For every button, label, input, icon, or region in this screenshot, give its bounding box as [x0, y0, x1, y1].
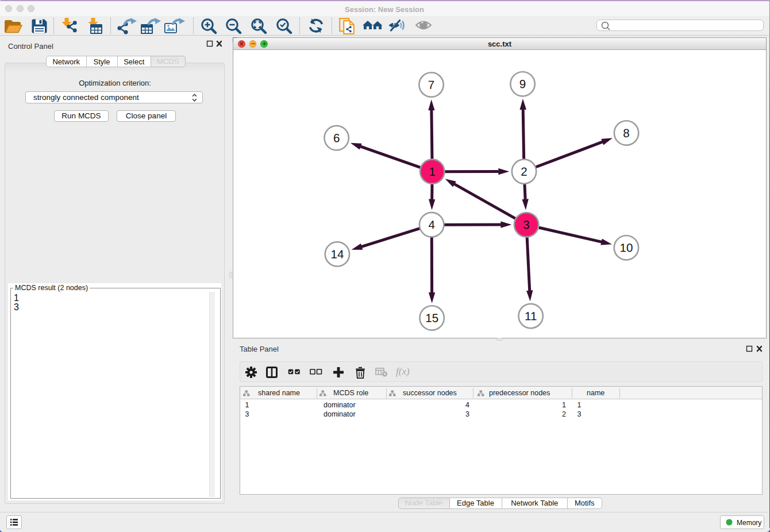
svg-text:4: 4 [428, 218, 434, 231]
svg-text:8: 8 [623, 126, 629, 139]
svg-text:3: 3 [523, 218, 529, 231]
svg-text:15: 15 [425, 311, 438, 324]
svg-text:11: 11 [525, 309, 537, 322]
svg-text:6: 6 [333, 131, 340, 144]
svg-text:2: 2 [521, 164, 527, 178]
svg-text:7: 7 [428, 78, 434, 91]
svg-text:10: 10 [620, 241, 633, 254]
svg-text:14: 14 [331, 247, 344, 260]
svg-text:1: 1 [429, 164, 436, 178]
svg-text:9: 9 [519, 77, 526, 90]
